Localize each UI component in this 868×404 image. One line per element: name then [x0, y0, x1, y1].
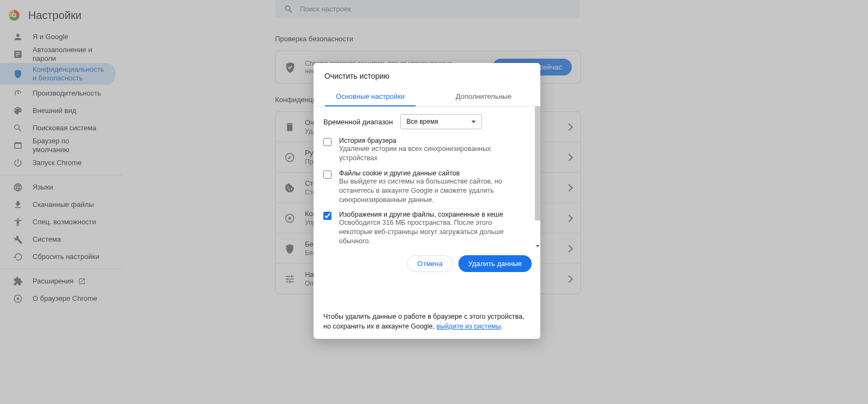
- option-sub: Освободится 316 МБ пространства. После э…: [339, 218, 521, 246]
- option-title: Изображения и другие файлы, сохраненные …: [339, 211, 521, 218]
- checkbox-cache[interactable]: [323, 212, 331, 220]
- tab-advanced[interactable]: Дополнительные: [427, 87, 540, 106]
- blank-card: [332, 284, 522, 306]
- option-sub: Вы выйдете из системы на большинстве сай…: [339, 177, 521, 205]
- sign-out-note: Чтобы удалить данные о работе в браузере…: [322, 312, 532, 331]
- clear-history-modal: Очистить историю Основные настройки Допо…: [314, 63, 540, 339]
- modal-body: Временной диапазон Все время История бра…: [314, 106, 540, 249]
- scrollbar-thumb[interactable]: [535, 106, 540, 220]
- scrollbar[interactable]: [535, 106, 540, 249]
- option-cookies[interactable]: Файлы cookie и другие данные сайтовВы вы…: [323, 169, 531, 205]
- checkbox-history[interactable]: [323, 138, 331, 146]
- option-browsing-history[interactable]: История браузераУдаление истории на всех…: [323, 137, 531, 163]
- tab-basic[interactable]: Основные настройки: [314, 87, 427, 106]
- checkbox-cookies[interactable]: [323, 171, 331, 179]
- option-cache[interactable]: Изображения и другие файлы, сохраненные …: [323, 211, 531, 246]
- sign-out-link[interactable]: выйдите из системы: [437, 323, 501, 330]
- modal-tabs: Основные настройки Дополнительные: [314, 87, 540, 106]
- modal-actions: Отмена Удалить данные: [314, 249, 540, 281]
- modal-footer: Чтобы удалить данные о работе в браузере…: [314, 281, 540, 339]
- modal-title: Очистить историю: [314, 63, 540, 87]
- select-value: Все время: [406, 118, 438, 125]
- note-text-post: .: [501, 323, 502, 330]
- option-title: Файлы cookie и другие данные сайтов: [339, 169, 521, 177]
- chevron-down-icon[interactable]: [535, 245, 540, 248]
- cancel-button[interactable]: Отмена: [407, 255, 453, 272]
- option-title: История браузера: [339, 137, 521, 144]
- option-sub: Удаление истории на всех синхронизирован…: [339, 144, 521, 163]
- time-range-label: Временной диапазон: [323, 118, 393, 126]
- time-range-select[interactable]: Все время: [400, 114, 482, 129]
- delete-data-button[interactable]: Удалить данные: [458, 255, 532, 272]
